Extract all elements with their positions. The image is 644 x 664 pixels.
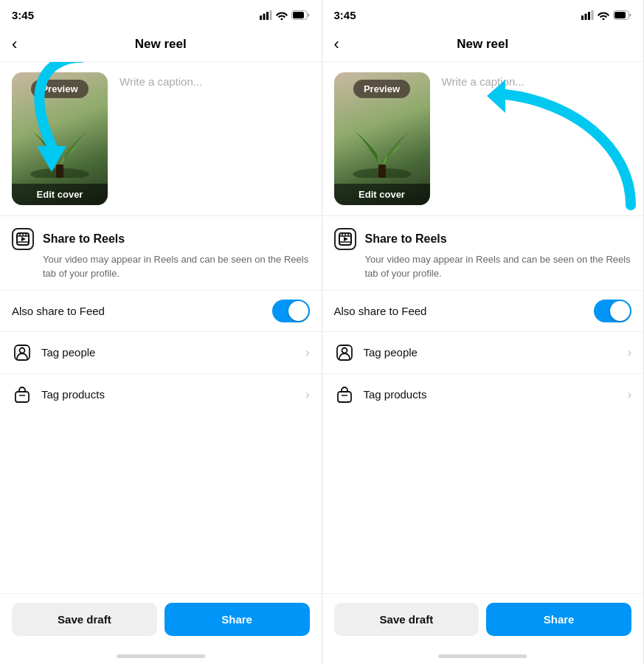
svg-rect-1 <box>263 13 265 20</box>
video-section-right: Preview Edi <box>322 62 644 212</box>
tag-products-chevron-left: › <box>305 388 309 401</box>
caption-area-right: Write a caption... <box>439 72 632 88</box>
wifi-icon-right <box>598 10 609 20</box>
status-bar-left: 3:45 <box>0 0 322 27</box>
share-reels-desc-left: Your video may appear in Reels and can b… <box>12 253 310 281</box>
back-button-left[interactable]: ‹ <box>12 35 17 54</box>
caption-placeholder-left[interactable]: Write a caption... <box>120 72 307 88</box>
reels-icon-left <box>12 228 34 250</box>
edit-cover-right[interactable]: Edit cover <box>334 184 430 205</box>
svg-rect-19 <box>581 15 584 20</box>
share-reels-row-left: Share to Reels <box>12 228 310 250</box>
svg-rect-26 <box>378 165 386 178</box>
tag-products-icon-left <box>12 384 32 405</box>
video-thumbnail-left[interactable]: Preview <box>12 72 108 205</box>
toggle-thumb-right <box>610 301 630 321</box>
divider-1-right <box>322 215 644 216</box>
bag-icon-right <box>336 386 353 404</box>
preview-badge-wrap-left: Preview <box>12 72 108 98</box>
person-icon-right <box>336 344 353 362</box>
caption-area-left: Write a caption... <box>117 72 310 88</box>
edit-cover-left[interactable]: Edit cover <box>12 184 108 205</box>
reels-svg-left <box>16 232 30 246</box>
video-section-left: Preview <box>0 62 322 212</box>
toggle-thumb-left <box>288 301 308 321</box>
home-bar-right <box>438 654 527 658</box>
svg-point-16 <box>20 347 25 353</box>
svg-rect-3 <box>269 10 271 20</box>
plants-area-left <box>12 98 108 184</box>
svg-rect-5 <box>293 12 304 18</box>
person-icon-left <box>13 344 31 362</box>
share-reels-row-right: Share to Reels <box>334 228 632 250</box>
share-button-left[interactable]: Share <box>165 603 310 636</box>
save-draft-button-right[interactable]: Save draft <box>334 603 479 636</box>
tag-people-left-right: Tag people <box>334 342 418 363</box>
video-thumbnail-right[interactable]: Preview Edi <box>334 72 430 205</box>
share-reels-desc-right: Your video may appear in Reels and can b… <box>334 253 632 281</box>
tag-products-left-right: Tag products <box>334 384 427 405</box>
status-icons-right <box>581 10 631 20</box>
tag-products-left-left: Tag products <box>12 384 105 405</box>
caption-placeholder-right[interactable]: Write a caption... <box>442 72 629 88</box>
svg-rect-24 <box>614 12 626 18</box>
header-title-right: New reel <box>457 37 508 52</box>
tag-people-left-left: Tag people <box>12 342 95 363</box>
toggle-label-right: Also share to Feed <box>334 305 427 317</box>
signal-icon-right <box>581 10 594 20</box>
svg-rect-7 <box>56 165 63 178</box>
svg-rect-22 <box>592 10 594 20</box>
home-indicator-right <box>322 648 644 664</box>
preview-badge-left[interactable]: Preview <box>31 80 88 98</box>
video-bg-left: Preview <box>12 72 108 205</box>
tag-people-label-right: Tag people <box>364 346 418 359</box>
arrow-svg-right <box>483 72 644 220</box>
plants-area-right <box>334 98 430 184</box>
tag-products-icon-right <box>334 384 355 405</box>
toggle-row-left: Also share to Feed <box>0 290 322 331</box>
divider-1-left <box>0 215 322 216</box>
plants-svg-left <box>19 104 100 178</box>
tag-people-chevron-right: › <box>628 346 631 359</box>
share-section-right: Share to Reels Your video may appear in … <box>322 219 644 290</box>
header-right: ‹ New reel <box>322 27 644 62</box>
status-bar-right: 3:45 <box>322 0 644 27</box>
status-time-right: 3:45 <box>334 9 356 21</box>
reels-icon-right <box>334 228 356 250</box>
toggle-label-left: Also share to Feed <box>12 305 105 317</box>
tag-products-row-right[interactable]: Tag products › <box>322 373 644 415</box>
share-section-left: Share to Reels Your video may appear in … <box>0 219 322 290</box>
right-panel: 3:45 ‹ New reel <box>322 0 645 664</box>
toggle-switch-right[interactable] <box>594 300 631 322</box>
svg-rect-20 <box>585 13 587 20</box>
tag-people-row-right[interactable]: Tag people › <box>322 331 644 373</box>
back-button-right[interactable]: ‹ <box>334 35 339 54</box>
toggle-switch-left[interactable] <box>272 300 310 322</box>
tag-people-icon-right <box>334 342 355 363</box>
home-indicator-left <box>0 648 322 664</box>
share-reels-label-left: Share to Reels <box>43 232 125 246</box>
buttons-row-left: Save draft Share <box>0 593 322 648</box>
share-button-right[interactable]: Share <box>486 603 631 636</box>
video-bg-right: Preview Edi <box>334 72 430 205</box>
signal-icon-left <box>260 10 272 20</box>
wifi-icon-left <box>276 10 288 20</box>
svg-rect-21 <box>588 12 590 20</box>
save-draft-button-left[interactable]: Save draft <box>12 603 157 636</box>
preview-badge-wrap-right: Preview <box>334 72 430 98</box>
tag-people-row-left[interactable]: Tag people › <box>0 331 322 373</box>
svg-point-35 <box>342 347 347 353</box>
home-bar-left <box>117 654 205 658</box>
reels-svg-right <box>339 232 352 246</box>
toggle-row-right: Also share to Feed <box>322 290 644 331</box>
tag-products-chevron-right: › <box>628 388 631 401</box>
tag-people-icon-left <box>12 342 32 363</box>
svg-rect-2 <box>266 12 269 20</box>
tag-products-row-left[interactable]: Tag products › <box>0 373 322 415</box>
tag-people-label-left: Tag people <box>41 346 95 359</box>
battery-icon-right <box>613 10 631 20</box>
content-left: Preview <box>0 62 322 648</box>
tag-products-label-right: Tag products <box>364 388 427 401</box>
header-title-left: New reel <box>135 37 187 52</box>
preview-badge-right[interactable]: Preview <box>353 80 410 98</box>
